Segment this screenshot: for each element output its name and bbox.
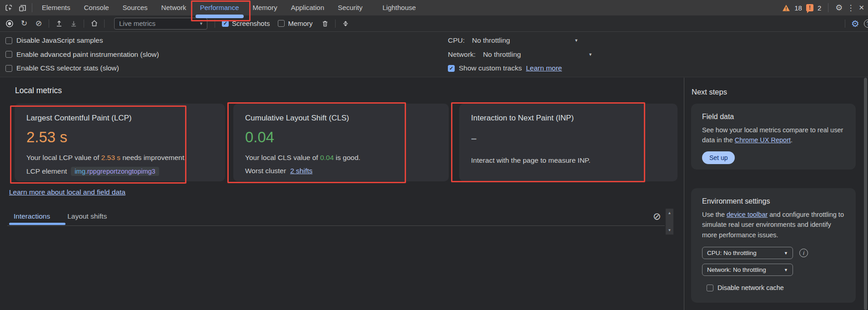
worst-cluster-label: Worst cluster [245,167,286,175]
cpu-throttling-dropdown[interactable]: CPU: No throttling ▼ [702,247,793,259]
screenshots-checkbox[interactable]: ✓ [222,20,229,27]
learn-more-link[interactable]: Learn more [526,64,562,72]
clear-log-icon[interactable]: ⊘ [653,211,661,222]
css-selector-stats-checkbox[interactable] [5,65,12,72]
cls-desc-suffix: is good. [334,154,361,161]
collapse-panel-icon[interactable] [340,18,351,30]
divider [828,3,828,12]
lcp-desc-suffix: needs improvement. [120,154,186,161]
tab-console[interactable]: Console [77,0,116,15]
active-tab-indicator [196,15,244,18]
divider [104,20,105,28]
lcp-chip-tag: img [75,168,85,175]
network-label: Network: [448,50,476,59]
network-dropdown-value: Network: No throttling [707,266,766,273]
tab-memory[interactable]: Memory [246,0,284,15]
scroll-up-icon[interactable]: ▲ [668,211,672,215]
disable-js-samples-checkbox[interactable] [5,37,12,44]
close-devtools-icon[interactable]: ✕ [858,4,864,12]
lcp-element-row: LCP element img.rppgreportzongtopimg3 [26,167,213,176]
tab-network[interactable]: Network [155,0,193,15]
cls-shifts-link[interactable]: 2 shifts [290,167,312,175]
upload-profile-icon[interactable] [53,18,65,30]
set-up-button[interactable]: Set up [702,151,735,164]
divider [49,20,49,28]
live-metrics-select[interactable]: Live metrics ▼ [114,18,207,30]
memory-checkbox[interactable] [278,20,285,27]
disable-network-cache-checkbox[interactable] [707,285,713,291]
tab-elements[interactable]: Elements [35,0,77,15]
issues-icon[interactable]: ! [806,4,813,11]
network-throttling-select[interactable]: No throttling [483,50,521,59]
disable-network-cache-row[interactable]: Disable network cache [702,284,845,291]
environment-settings-card: Environment settings Use the device tool… [691,188,856,303]
tab-performance[interactable]: Performance [193,0,246,15]
next-steps-sidebar: Next steps Field data See how your local… [684,78,868,310]
tab-layout-shifts[interactable]: Layout shifts [67,212,107,220]
warning-triangle-icon[interactable] [782,4,790,12]
settings-gear-icon[interactable]: ⚙ [835,3,843,13]
chevron-down-icon: ▼ [784,251,788,255]
clear-icon[interactable]: ⊘ [33,18,45,30]
advanced-paint-checkbox[interactable] [5,51,12,58]
lcp-card: Largest Contentful Paint (LCP) 2.53 s Yo… [15,104,225,181]
inspect-element-icon[interactable] [2,0,15,15]
info-icon[interactable]: i [799,249,808,257]
tab-lighthouse[interactable]: Lighthouse [376,0,422,15]
collect-garbage-icon[interactable] [319,18,331,30]
local-metrics-view: Local metrics Largest Contentful Paint (… [0,78,684,310]
chevron-down-icon[interactable]: ▼ [574,38,578,43]
lcp-element-chip[interactable]: img.rppgreportzongtopimg3 [71,167,159,176]
disable-network-cache-label: Disable network cache [717,284,784,291]
lcp-element-label: LCP element [26,167,67,175]
lcp-card-title: Largest Contentful Paint (LCP) [26,114,213,123]
home-live-metrics-icon[interactable] [88,18,100,30]
record-icon[interactable] [4,18,15,30]
issues-count: 2 [818,4,821,12]
device-toolbar-link[interactable]: device toolbar [727,211,768,218]
log-scrollbar[interactable]: ▲ ▼ [666,209,673,235]
screenshots-checkbox-row[interactable]: ✓ Screenshots [222,20,270,27]
advanced-paint-label: Enable advanced paint instrumentation (s… [16,50,159,59]
main-area: Local metrics Largest Contentful Paint (… [0,78,868,310]
advanced-paint-row[interactable]: Enable advanced paint instrumentation (s… [5,50,868,59]
next-steps-title: Next steps [692,88,727,96]
help-icon[interactable]: ? [864,20,868,28]
chrome-ux-report-link[interactable]: Chrome UX Report [735,136,791,144]
cls-desc-value: 0.04 [320,154,334,161]
log-tabs: Interactions Layout shifts [14,212,107,220]
scroll-down-icon[interactable]: ▼ [668,228,672,232]
learn-more-local-field-link[interactable]: Learn more about local and field data [9,188,125,196]
download-profile-icon[interactable] [68,18,80,30]
record-and-reload-icon[interactable]: ↻ [18,18,30,30]
tab-sources[interactable]: Sources [116,0,155,15]
environment-settings-text: Use the device toolbar and configure thr… [702,210,845,240]
show-custom-tracks-row[interactable]: ✓ Show custom tracks Learn more [448,64,602,72]
screenshots-label: Screenshots [232,20,270,27]
capture-settings-gear-icon[interactable]: ⚙ [851,18,859,29]
tab-application[interactable]: Application [284,0,331,15]
lcp-chip-class: .rppgreportzongtopimg3 [85,168,156,175]
tabs-divider-line [7,225,665,226]
local-metrics-title: Local metrics [15,86,62,95]
tab-security[interactable]: Security [331,0,369,15]
cpu-dropdown-value: CPU: No throttling [707,250,757,256]
kebab-menu-icon[interactable]: ⋮ [847,3,854,13]
tab-interactions[interactable]: Interactions [14,212,50,220]
divider [845,20,845,28]
sidebar-scrollbar[interactable] [864,78,867,310]
css-selector-stats-row[interactable]: Enable CSS selector stats (slow) [5,64,868,72]
lcp-desc-prefix: Your local LCP value of [26,154,101,161]
cpu-throttling-select[interactable]: No throttling [472,36,510,45]
toolbar-right-controls: ⚙ ? [843,18,868,29]
field-data-card: Field data See how your local metrics co… [691,104,856,170]
throttling-settings: CPU: No throttling ▼ Network: No throttl… [448,32,602,77]
memory-checkbox-row[interactable]: Memory [278,20,312,27]
disable-js-samples-row[interactable]: Disable JavaScript samples [5,36,868,45]
show-custom-tracks-checkbox[interactable]: ✓ [448,65,455,72]
cpu-throttling-row: CPU: No throttling ▼ [448,36,578,45]
chevron-down-icon[interactable]: ▼ [588,52,592,57]
css-selector-stats-label: Enable CSS selector stats (slow) [16,64,119,72]
network-throttling-dropdown[interactable]: Network: No throttling ▼ [702,264,793,276]
device-toolbar-icon[interactable] [15,0,29,15]
